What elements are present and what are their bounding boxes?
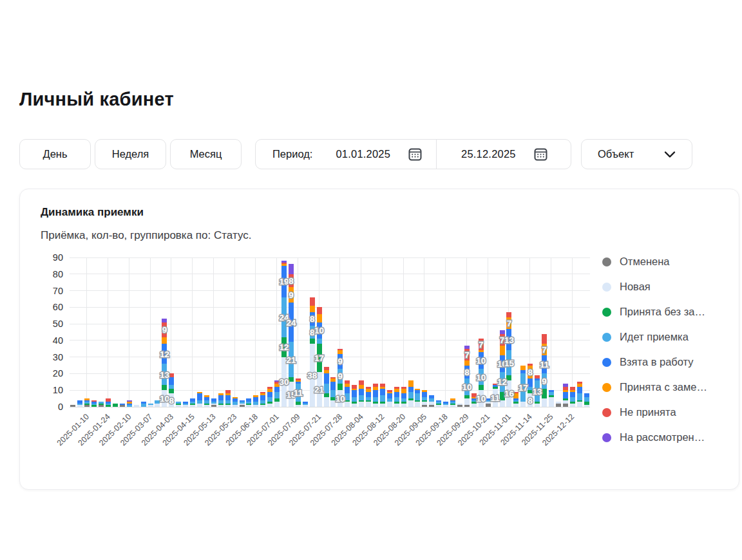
bar-segment[interactable] [450,400,455,402]
bar-segment[interactable] [513,400,518,402]
bar-segment[interactable] [246,402,251,404]
bar-segment[interactable] [528,378,533,387]
bar-segment[interactable] [267,387,272,389]
bar-segment[interactable] [338,349,343,351]
bar-segment[interactable] [464,398,470,405]
legend-item[interactable]: Новая [602,279,707,295]
bar-segment[interactable] [373,384,378,387]
bar-segment[interactable] [162,319,167,322]
bar-segment[interactable] [84,398,90,400]
bar-segment[interactable] [373,404,378,407]
bar-segment[interactable] [359,400,364,402]
bar-segment[interactable] [176,402,181,404]
bar-segment[interactable] [450,398,455,400]
bar-segment[interactable] [450,404,455,406]
bar-segment[interactable] [422,390,427,392]
bar-segment[interactable] [310,306,315,312]
bar-segment[interactable] [570,397,575,402]
bar-segment[interactable] [233,402,238,405]
bar-segment[interactable] [415,400,420,402]
bar-segment[interactable] [380,395,385,402]
bar-segment[interactable] [303,404,308,406]
bar-segment[interactable] [310,297,315,306]
bar-segment[interactable] [500,400,505,407]
bar-segment[interactable] [373,390,378,397]
bar-segment[interactable] [394,389,399,392]
bar-segment[interactable] [197,392,202,394]
bar-segment[interactable] [218,400,224,404]
bar-segment[interactable] [267,402,272,404]
bar-segment[interactable] [113,404,118,407]
period-from-calendar-button[interactable] [408,147,422,161]
bar-segment[interactable] [570,402,575,404]
bar-segment[interactable] [380,387,385,389]
bar-segment[interactable] [359,395,364,400]
bar-segment[interactable] [563,384,568,387]
bar-segment[interactable] [577,402,582,407]
bar-segment[interactable] [310,339,315,344]
bar-segment[interactable] [443,402,448,404]
bar-segment[interactable] [106,404,111,406]
bar-segment[interactable] [464,360,470,366]
bar-segment[interactable] [352,397,357,402]
bar-segment[interactable] [549,390,554,392]
bar-segment[interactable] [479,350,484,352]
bar-segment[interactable] [289,264,294,274]
bar-segment[interactable] [577,384,582,387]
bar-segment[interactable] [577,387,582,393]
bar-segment[interactable] [240,400,245,402]
bar-segment[interactable] [84,402,90,404]
bar-segment[interactable] [528,364,533,366]
bar-segment[interactable] [513,402,518,404]
bar-segment[interactable] [486,404,491,407]
bar-segment[interactable] [338,350,343,353]
bar-segment[interactable] [324,393,329,397]
bar-segment[interactable] [260,400,265,404]
legend-item[interactable]: На рассмотрен… [602,429,707,445]
bar-segment[interactable] [253,395,258,397]
bar-segment[interactable] [457,404,462,406]
bar-segment[interactable] [324,373,329,383]
bar-segment[interactable] [366,400,371,402]
bar-segment[interactable] [422,400,427,402]
bar-segment[interactable] [401,404,406,407]
legend-item[interactable]: Взята в работу [602,354,707,370]
bar-segment[interactable] [429,395,434,398]
bar-segment[interactable] [366,402,371,407]
bar-segment[interactable] [387,402,392,407]
bar-segment[interactable] [535,378,540,380]
bar-segment[interactable] [204,404,209,406]
bar-segment[interactable] [197,404,202,407]
bar-segment[interactable] [500,346,505,355]
bar-segment[interactable] [267,389,272,392]
bar-segment[interactable] [359,402,364,407]
bar-segment[interactable] [387,390,392,392]
bar-segment[interactable] [296,405,301,407]
bar-segment[interactable] [577,393,582,400]
bar-segment[interactable] [218,395,224,400]
bar-segment[interactable] [211,398,216,402]
bar-segment[interactable] [296,402,301,405]
bar-segment[interactable] [267,397,272,402]
bar-segment[interactable] [422,397,427,400]
bar-segment[interactable] [106,398,111,402]
bar-segment[interactable] [415,390,420,393]
bar-segment[interactable] [345,384,350,387]
bar-segment[interactable] [464,395,470,398]
bar-segment[interactable] [253,405,258,407]
bar-segment[interactable] [401,402,406,404]
bar-segment[interactable] [443,404,448,406]
bar-segment[interactable] [169,385,174,388]
bar-segment[interactable] [535,375,540,378]
bar-segment[interactable] [387,392,392,394]
bar-segment[interactable] [394,397,399,402]
bar-segment[interactable] [197,400,202,404]
bar-segment[interactable] [225,390,231,393]
bar-segment[interactable] [345,402,350,407]
bar-segment[interactable] [401,398,406,402]
bar-segment[interactable] [436,404,441,406]
bar-segment[interactable] [359,389,364,395]
bar-segment[interactable] [253,402,258,405]
bar-segment[interactable] [127,402,132,404]
bar-segment[interactable] [296,382,301,384]
